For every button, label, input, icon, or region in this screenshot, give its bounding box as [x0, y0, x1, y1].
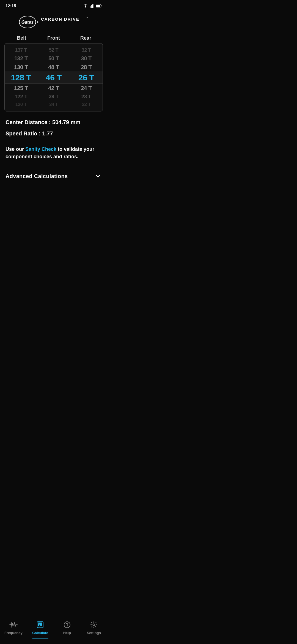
- wifi-icon: [83, 4, 88, 8]
- picker-row-1[interactable]: 132 T 50 T 30 T: [5, 54, 103, 63]
- sanity-section: Use our Sanity Check to validate your co…: [0, 144, 107, 166]
- svg-text:CARBON DRIVE: CARBON DRIVE: [41, 17, 79, 21]
- picker-row-0[interactable]: 137 T 52 T 32 T: [5, 46, 103, 54]
- belt-header: Belt: [6, 35, 38, 41]
- svg-rect-5: [96, 5, 100, 7]
- picker-belt-0: 137 T: [5, 47, 37, 53]
- picker-belt-6: 120 T: [5, 102, 37, 107]
- picker-front-2: 48 T: [37, 64, 70, 70]
- status-icons: [83, 4, 102, 8]
- picker-front-0: 52 T: [37, 47, 70, 53]
- logo-container: Gates CARBON DRIVE ™: [0, 10, 107, 35]
- picker-front-5: 39 T: [37, 94, 70, 100]
- svg-rect-3: [94, 4, 94, 8]
- picker-rear-4: 24 T: [70, 85, 103, 91]
- picker-row-4[interactable]: 125 T 42 T 24 T: [5, 84, 103, 92]
- picker-rear-0: 32 T: [70, 47, 103, 53]
- picker-row-selected[interactable]: 128 T 46 T 26 T: [5, 72, 103, 84]
- center-distance: Center Distance : 504.79 mm: [6, 119, 102, 125]
- picker-row-5[interactable]: 122 T 39 T 23 T: [5, 92, 103, 101]
- picker-belt-4: 125 T: [5, 85, 37, 91]
- picker-belt-5: 122 T: [5, 94, 37, 100]
- svg-rect-1: [91, 5, 92, 8]
- picker-front-selected: 46 T: [37, 73, 70, 82]
- rear-header: Rear: [70, 35, 102, 41]
- sanity-text: Use our Sanity Check to validate your co…: [6, 146, 102, 160]
- svg-point-9: [37, 21, 38, 23]
- picker-rear-5: 23 T: [70, 94, 103, 100]
- chevron-down-icon: [94, 172, 102, 180]
- battery-icon: [96, 4, 102, 7]
- picker-rear-1: 30 T: [70, 55, 103, 62]
- advanced-row[interactable]: Advanced Calculations: [6, 169, 102, 183]
- status-time: 12:15: [6, 3, 16, 8]
- signal-icon: [90, 4, 94, 8]
- picker-rear-6: 22 T: [70, 102, 103, 107]
- picker-front-6: 34 T: [37, 102, 70, 107]
- svg-rect-6: [101, 5, 102, 6]
- picker-rear-selected: 26 T: [70, 73, 103, 82]
- picker-row-6[interactable]: 120 T 34 T 22 T: [5, 101, 103, 108]
- svg-text:Gates: Gates: [21, 20, 34, 24]
- picker-belt-2: 130 T: [5, 64, 37, 70]
- svg-rect-2: [92, 4, 93, 8]
- column-headers: Belt Front Rear: [0, 35, 107, 43]
- sanity-link[interactable]: Sanity Check: [25, 146, 56, 152]
- picker-container[interactable]: 137 T 52 T 32 T 132 T 50 T 30 T 130 T 48…: [4, 43, 103, 111]
- svg-text:™: ™: [86, 17, 88, 19]
- picker-rear-2: 28 T: [70, 64, 103, 70]
- speed-ratio: Speed Ratio : 1.77: [6, 130, 102, 137]
- picker-belt-1: 132 T: [5, 55, 37, 62]
- picker-front-1: 50 T: [37, 55, 70, 62]
- svg-rect-0: [90, 6, 90, 8]
- sanity-text-1: Use our: [6, 146, 25, 152]
- advanced-label: Advanced Calculations: [6, 173, 68, 179]
- picker-row-2[interactable]: 130 T 48 T 28 T: [5, 63, 103, 72]
- picker-front-4: 42 T: [37, 85, 70, 91]
- stats-section: Center Distance : 504.79 mm Speed Ratio …: [0, 111, 107, 144]
- gates-logo: Gates CARBON DRIVE ™: [18, 15, 89, 30]
- advanced-section: Advanced Calculations: [0, 166, 107, 186]
- status-bar: 12:15: [0, 0, 107, 10]
- front-header: Front: [38, 35, 70, 41]
- picker-belt-selected: 128 T: [5, 73, 37, 82]
